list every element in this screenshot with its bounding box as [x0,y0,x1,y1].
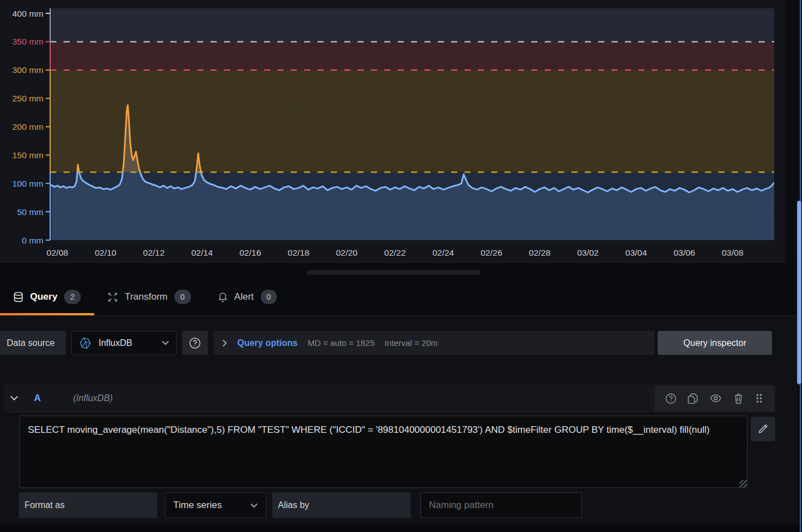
interval-value: Interval = 20m [385,338,438,348]
svg-text:100 mm: 100 mm [12,179,43,188]
horizontal-scrollbar-thumb[interactable] [307,270,480,275]
query-datasource-hint: (InfluxDB) [73,393,113,403]
page-bottom-strip [0,525,802,532]
svg-text:300 mm: 300 mm [12,65,43,75]
process-icon [107,292,118,302]
svg-text:50 mm: 50 mm [17,207,43,217]
query-inspector-button[interactable]: Query inspector [658,331,772,355]
svg-text:02/22: 02/22 [384,248,406,257]
datasource-help-button[interactable] [182,331,208,355]
query-toolbar: Data source InfluxDB [0,331,785,355]
svg-text:02/12: 02/12 [143,248,165,257]
delete-query-trash-icon[interactable] [733,393,744,404]
datasource-label: Data source [0,331,66,355]
distance-chart[interactable]: 0 mm50 mm100 mm150 mm200 mm250 mm300 mm3… [0,0,785,263]
svg-text:400 mm: 400 mm [12,9,43,18]
query-row-actions [654,385,774,411]
svg-text:0 mm: 0 mm [22,236,43,245]
bell-icon [218,292,228,302]
svg-text:02/14: 02/14 [191,248,213,257]
svg-text:03/02: 03/02 [577,248,599,257]
chevron-down-icon [162,340,169,345]
edit-query-pencil-button[interactable] [751,417,775,441]
tab-transform[interactable]: Transform 0 [94,279,204,315]
tab-alert[interactable]: Alert 0 [204,279,291,315]
svg-text:350 mm: 350 mm [12,37,43,46]
query-count-badge: 2 [64,290,81,304]
time-series-panel: 0 mm50 mm100 mm150 mm200 mm250 mm300 mm3… [0,0,785,263]
alias-by-input[interactable] [420,492,582,518]
svg-text:02/20: 02/20 [336,248,358,257]
influxdb-logo-icon [79,336,92,350]
svg-text:03/08: 03/08 [722,248,744,257]
chevron-right-icon [222,339,227,347]
format-as-label: Format as [19,492,157,518]
alias-by-label: Alias by [272,492,410,518]
tab-query[interactable]: Query 2 [0,279,94,315]
hide-response-eye-icon[interactable] [710,392,722,404]
svg-text:03/06: 03/06 [673,248,695,257]
query-ref-id[interactable]: A [34,393,41,404]
svg-text:250 mm: 250 mm [12,94,43,103]
active-tab-underline [0,313,94,315]
svg-text:02/10: 02/10 [95,248,116,257]
format-as-select[interactable]: Time series [165,492,266,518]
svg-text:02/18: 02/18 [288,248,310,257]
alert-count-badge: 0 [261,290,277,304]
grafana-panel-editor: 0 mm50 mm100 mm150 mm200 mm250 mm300 mm3… [0,0,802,532]
datasource-value: InfluxDB [99,338,155,348]
svg-text:03/04: 03/04 [625,248,647,257]
editor-tabs: Query 2 Transform 0 [0,279,290,315]
svg-text:150 mm: 150 mm [12,150,43,160]
influxql-query-input[interactable]: SELECT moving_average(mean("Distance"),5… [19,416,747,488]
duplicate-query-icon[interactable] [687,393,699,404]
tab-alert-label: Alert [234,291,254,302]
query-help-icon[interactable] [665,393,677,404]
transform-count-badge: 0 [174,290,191,304]
editor-tab-strip: Query 2 Transform 0 [0,263,798,316]
svg-text:02/16: 02/16 [239,248,261,257]
tab-transform-label: Transform [125,291,168,302]
query-row-header[interactable]: A (InfluxDB) [4,384,776,412]
max-data-points-value: MD = auto = 1825 [307,338,374,348]
collapse-chevron-icon[interactable] [10,396,18,401]
format-as-value: Time series [173,500,250,511]
query-options-toggle[interactable]: Query options MD = auto = 1825 Interval … [213,331,654,355]
datasource-picker[interactable]: InfluxDB [71,331,177,355]
svg-text:02/24: 02/24 [432,248,454,257]
svg-text:02/08: 02/08 [47,248,69,257]
tab-query-label: Query [30,291,57,302]
chevron-down-icon [250,503,258,508]
svg-text:02/28: 02/28 [529,248,551,257]
query-editor-section: Data source InfluxDB [0,316,798,532]
svg-text:200 mm: 200 mm [12,122,43,131]
query-options-label: Query options [237,338,297,348]
textarea-resize-handle[interactable] [740,480,747,487]
svg-text:02/26: 02/26 [481,248,502,257]
drag-handle-icon[interactable] [755,392,764,404]
database-icon [13,292,23,302]
vertical-scrollbar-thumb[interactable] [797,201,801,384]
